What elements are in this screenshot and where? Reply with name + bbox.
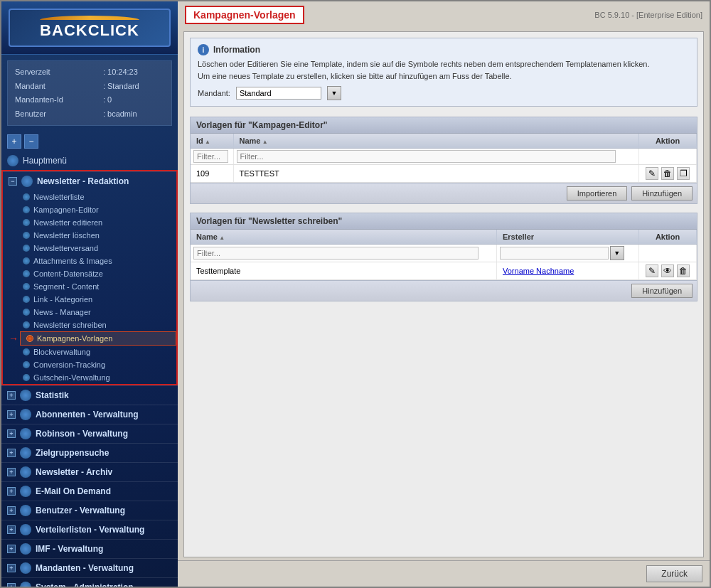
newsletterversand-dot (23, 245, 30, 252)
remove-toolbar-button[interactable]: − (24, 134, 38, 149)
table1-copy-button[interactable]: ❐ (677, 167, 690, 180)
table1-name-filter-input[interactable] (237, 150, 616, 163)
submenu-item-newsletter-editieren[interactable]: Newsletter editieren (17, 216, 176, 229)
serverzeit-value: : 10:24:23 (103, 66, 164, 79)
imf-icon (20, 543, 31, 555)
blockverwaltung-label: Blockverwaltung (33, 348, 90, 356)
imf-expand-icon[interactable]: + (7, 545, 16, 553)
email-on-demand-expand-icon[interactable]: + (7, 487, 16, 496)
table1-id-filter-input[interactable] (193, 150, 228, 163)
kampagnen-vorlagen-dot (26, 335, 33, 342)
mandant-row: Mandant: ▼ (198, 86, 690, 100)
newsletter-redaktion-label: Newsletter - Redaktion (37, 176, 129, 186)
benutzer-expand-icon[interactable]: + (7, 506, 16, 515)
sidebar-item-robinson-verwaltung[interactable]: + Robinson - Verwaltung (1, 424, 178, 443)
table1-filter-id (191, 149, 233, 165)
verteilerlisten-expand-icon[interactable]: + (7, 525, 16, 534)
statistik-label: Statistik (36, 390, 69, 400)
red-arrow-icon: → (9, 333, 18, 344)
newsletter-archiv-expand-icon[interactable]: + (7, 468, 16, 476)
mandant-field-label: Mandant: (198, 89, 230, 97)
sidebar-item-email-on-demand[interactable]: + E-Mail On Demand (1, 481, 178, 501)
mandanten-label: Mandanten - Verwaltung (36, 563, 134, 573)
submenu-item-kampagnen-editor[interactable]: Kampagnen-Editor (17, 203, 176, 216)
sidebar-item-imf-verwaltung[interactable]: + IMF - Verwaltung (1, 539, 178, 558)
segment-content-dot (23, 283, 30, 290)
table1-col-aktion: Aktion (639, 134, 697, 149)
submenu-item-newsletterliste[interactable]: Newsletterliste (17, 191, 176, 203)
abonnenten-expand-icon[interactable]: + (7, 410, 16, 419)
table2-view-button[interactable]: 👁 (661, 264, 674, 277)
sidebar-item-verteilerlisten-verwaltung[interactable]: + Verteilerlisten - Verwaltung (1, 520, 178, 539)
table2-footer: Hinzufügen (191, 280, 697, 301)
sidebar-item-mandanten-verwaltung[interactable]: + Mandanten - Verwaltung (1, 558, 178, 577)
table1-edit-button[interactable]: ✎ (646, 167, 658, 180)
newsletter-collapse-icon[interactable]: − (9, 177, 17, 186)
table1-filter-name (233, 149, 639, 165)
table2-scroll[interactable]: Name Ersteller Aktion (191, 230, 697, 280)
mandanten-id-label: Mandanten-Id (15, 94, 102, 107)
table1-filter-action (639, 149, 697, 165)
newsletter-archiv-icon (20, 466, 31, 478)
zurueck-button[interactable]: Zurück (646, 565, 702, 582)
sidebar-item-newsletter-redaktion[interactable]: − Newsletter - Redaktion (3, 171, 176, 191)
sidebar-item-hauptmenu[interactable]: Hauptmenü (1, 151, 178, 170)
submenu-item-newsletter-schreiben[interactable]: Newsletter schreiben (17, 319, 176, 331)
sidebar-item-benutzer-verwaltung[interactable]: + Benutzer - Verwaltung (1, 501, 178, 520)
table1-importieren-button[interactable]: Importieren (567, 186, 628, 201)
table1-col-name[interactable]: Name (233, 134, 639, 149)
table2-header: Vorlagen für "Newsletter schreiben" (191, 213, 697, 230)
table2-delete-button[interactable]: 🗑 (677, 264, 690, 277)
sidebar-item-newsletter-archiv[interactable]: + Newsletter - Archiv (1, 462, 178, 481)
mandant-dropdown-btn[interactable]: ▼ (327, 86, 341, 100)
robinson-expand-icon[interactable]: + (7, 429, 16, 438)
submenu-item-kampagnen-vorlagen[interactable]: Kampagnen-Vorlagen (20, 331, 176, 346)
table2-section: Vorlagen für "Newsletter schreiben" Name… (190, 213, 697, 301)
sidebar-item-abonnenten-verwaltung[interactable]: + Abonnenten - Verwaltung (1, 405, 178, 424)
news-manager-dot (23, 309, 30, 316)
table2-edit-button[interactable]: ✎ (646, 264, 658, 277)
table1-col-id[interactable]: Id (191, 134, 233, 149)
sidebar-item-zielgruppensuche[interactable]: + Zielgruppensuche (1, 443, 178, 462)
submenu-item-blockverwaltung[interactable]: Blockverwaltung (17, 346, 176, 358)
table2-name-filter-input[interactable] (193, 247, 479, 260)
table1-delete-button[interactable]: 🗑 (661, 167, 674, 180)
submenu-item-gutschein-verwaltung[interactable]: Gutschein-Verwaltung (17, 371, 176, 384)
table2-col-name[interactable]: Name (191, 230, 497, 245)
submenu-item-news-manager[interactable]: News - Manager (17, 306, 176, 319)
benutzer-value: : bcadmin (103, 108, 164, 121)
sidebar-item-statistik[interactable]: + Statistik (1, 385, 178, 405)
submenu-item-segment-content[interactable]: Segment - Content (17, 280, 176, 293)
submenu-item-content-datensaetze[interactable]: Content-Datensätze (17, 267, 176, 280)
submenu-item-newsletterversand[interactable]: Newsletterversand (17, 242, 176, 255)
segment-content-label: Segment - Content (33, 282, 99, 291)
submenu-item-attachments[interactable]: Attachments & Images (17, 255, 176, 267)
add-toolbar-button[interactable]: + (7, 134, 21, 149)
table1-hinzufuegen-button[interactable]: Hinzufügen (631, 186, 693, 201)
mandant-input[interactable] (236, 87, 321, 100)
submenu-item-link-kategorien[interactable]: Link - Kategorien (17, 293, 176, 306)
logo-arc (40, 16, 139, 20)
system-administration-label: System - Administration (36, 582, 134, 587)
blockverwaltung-dot (23, 348, 30, 356)
statistik-expand-icon[interactable]: + (7, 391, 16, 400)
table2-ersteller-dropdown-btn[interactable]: ▼ (610, 246, 624, 260)
mandanten-expand-icon[interactable]: + (7, 564, 16, 572)
table2-ersteller-filter-input[interactable] (500, 247, 609, 260)
submenu-item-conversion-tracking[interactable]: Conversion-Tracking (17, 358, 176, 371)
newsletter-schreiben-label: Newsletter schreiben (33, 321, 107, 329)
sidebar-item-system-administration[interactable]: + System - Administration (1, 577, 178, 587)
ersteller-link[interactable]: Vorname Nachname (503, 267, 574, 275)
system-expand-icon[interactable]: + (7, 583, 16, 587)
table2-hinzufuegen-button[interactable]: Hinzufügen (631, 284, 693, 298)
newsletterliste-label: Newsletterliste (33, 193, 85, 201)
table1-action-cell: ✎ 🗑 ❐ (645, 167, 690, 180)
attachments-dot (23, 257, 30, 264)
kampagnen-editor-dot (23, 206, 30, 213)
submenu-item-newsletter-loeschen[interactable]: Newsletter löschen (17, 229, 176, 242)
benutzer-label: Benutzer - Verwaltung (36, 506, 125, 515)
table1-scroll[interactable]: Id Name Aktion (191, 134, 697, 183)
zielgruppensuche-expand-icon[interactable]: + (7, 449, 16, 457)
table1-header: Vorlagen für "Kampagen-Editor" (191, 117, 697, 134)
mandanten-id-value: : 0 (103, 94, 164, 107)
